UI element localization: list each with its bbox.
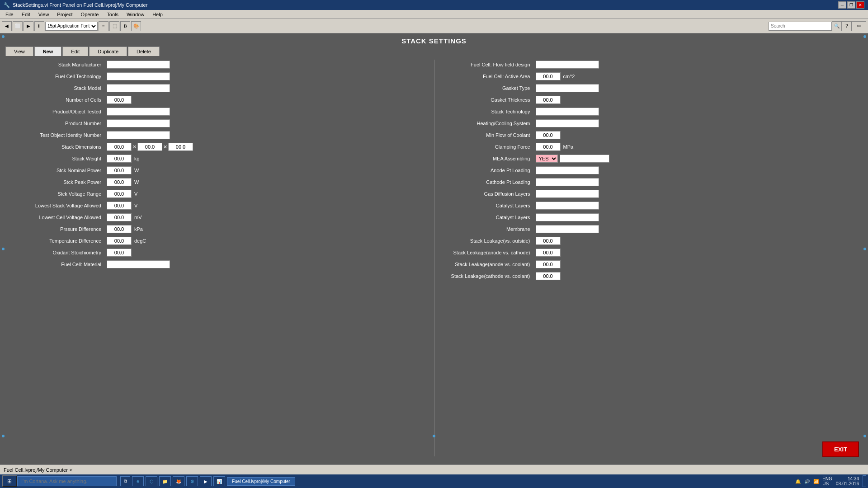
row-gasket-thickness: Gasket Thickness [443,95,863,105]
taskbar-app3[interactable]: 📊 [213,476,225,486]
taskbar-app2[interactable]: ▶ [200,476,212,486]
taskbar: ⊞ ⧉ e ⬡ 📁 🦊 ⚙ ▶ 📊 Fuel Cell.lvproj/My Co… [0,474,868,488]
input-stack-leakage-cathode-coolant[interactable] [536,272,561,280]
input-product-object-tested[interactable] [107,108,170,116]
stack-dims: ✕ ✕ [107,143,193,151]
row-lowest-stack-voltage: Lowest Stack Voltage Allowed V [5,201,425,211]
input-stack-model[interactable] [107,84,170,92]
input-lowest-stack-voltage[interactable] [107,202,132,210]
input-gasket-thickness[interactable] [536,96,561,104]
input-fuel-cell-material[interactable] [107,260,170,268]
toolbar-run-btn[interactable]: ▶ [24,21,33,31]
start-button[interactable]: ⊞ [2,475,17,487]
menu-help[interactable]: Help [149,11,166,18]
search-input[interactable] [769,22,832,31]
input-min-flow-coolant[interactable] [536,131,561,139]
input-oxidant-stoichiometry[interactable] [107,249,132,257]
input-stack-leakage-anode-coolant[interactable] [536,260,561,268]
input-heating-cooling[interactable] [536,119,599,127]
tab-new[interactable]: New [34,47,62,56]
taskbar-firefox[interactable]: 🦊 [173,476,184,486]
taskbar-fuel-cell-item[interactable]: Fuel Cell.lvproj/My Computer [227,477,295,486]
input-stack-manufacturer[interactable] [107,61,170,69]
row-stck-peak-power: Stck Peak Power W [5,177,425,187]
input-stck-voltage-range[interactable] [107,190,132,198]
input-stck-peak-power[interactable] [107,178,132,186]
input-membrane[interactable] [536,225,599,233]
tab-delete[interactable]: Delete [128,47,160,56]
input-catalyst-layers-2[interactable] [536,213,599,221]
toolbar-size-btn[interactable]: ⬚ [109,21,119,31]
input-test-object-identity[interactable] [107,131,170,139]
menu-edit[interactable]: Edit [18,11,34,18]
input-stack-weight[interactable] [107,155,132,163]
input-pressure-difference[interactable] [107,225,132,233]
row-min-flow-coolant: Min Flow of Coolant [443,130,863,140]
labview-logo-btn[interactable]: NI [852,21,866,31]
input-temperature-difference[interactable] [107,237,132,245]
menu-file[interactable]: File [2,11,17,18]
row-anode-pt-loading: Anode Pt Loading [443,165,863,175]
taskbar-tray: 🔔 🔊 📶 ENGUS 14:34 08-01-2016 [795,475,866,487]
toolbar-style-btn[interactable]: 𝐁 [120,21,130,31]
input-fuel-cell-technology[interactable] [107,72,170,80]
exit-button[interactable]: EXIT [822,441,859,457]
taskbar-app1[interactable]: ⚙ [186,476,198,486]
restore-button[interactable]: ❐ [847,1,855,9]
menu-project[interactable]: Project [53,11,76,18]
input-number-of-cells[interactable] [107,96,132,104]
input-stack-leakage-outside[interactable] [536,237,561,245]
label-lowest-stack-voltage: Lowest Stack Voltage Allowed [5,203,105,208]
input-lowest-cell-voltage[interactable] [107,213,132,221]
menu-view[interactable]: View [35,11,53,18]
menu-tools[interactable]: Tools [103,11,122,18]
label-active-area: Fuel Cell: Active Area [443,74,534,79]
toolbar-search-area: 🔍 ? NI [769,21,866,31]
label-stack-weight: Stack Weight [5,156,105,161]
show-desktop-btn[interactable] [863,475,866,487]
toolbar-stop-btn[interactable]: ⏸ [34,21,44,31]
menu-operate[interactable]: Operate [77,11,103,18]
label-membrane: Membrane [443,226,534,232]
taskbar-edge[interactable]: ⬡ [146,476,157,486]
input-anode-pt-loading[interactable] [536,166,599,174]
help-button[interactable]: ? [842,21,852,31]
input-product-number[interactable] [107,119,170,127]
toolbar-fwd-btn[interactable]: ⬜ [13,21,23,31]
tab-view[interactable]: View [5,47,33,56]
input-cathode-pt-loading[interactable] [536,178,599,186]
input-dim-1[interactable] [107,143,132,151]
input-dim-3[interactable] [168,143,193,151]
close-button[interactable]: ✕ [856,1,864,9]
tab-edit[interactable]: Edit [62,47,88,56]
label-heating-cooling: Heating/Cooling System [443,121,534,126]
input-flow-field-design[interactable] [536,61,599,69]
row-test-object-identity: Test Object Identity Number [5,130,425,140]
status-bar: Fuel Cell.lvproj/My Computer < [0,465,868,474]
tray-time: 14:34 08-01-2016 [836,476,859,486]
row-number-of-cells: Number of Cells [5,95,425,105]
cortana-search[interactable] [17,476,117,486]
input-clamping-force[interactable] [536,143,561,151]
toolbar-align-btn[interactable]: ≡ [99,21,108,31]
menu-window[interactable]: Window [123,11,148,18]
select-mea-assembling[interactable]: YES NO [536,155,558,163]
input-dim-2[interactable] [137,143,162,151]
toolbar-back-btn[interactable]: ◀ [2,21,12,31]
input-catalyst-layers-1[interactable] [536,202,599,210]
toolbar-color-btn[interactable]: 🎨 [131,21,141,31]
taskbar-ie[interactable]: e [132,476,144,486]
input-stck-nominal-power[interactable] [107,166,132,174]
font-select[interactable]: 15pt Application Font [45,22,98,31]
taskbar-taskview[interactable]: ⧉ [120,476,130,486]
input-gas-diffusion-layers[interactable] [536,190,599,198]
input-stack-technology[interactable] [536,108,599,116]
input-active-area[interactable] [536,72,561,80]
input-mea-extra[interactable] [560,155,609,163]
taskbar-folder[interactable]: 📁 [159,476,171,486]
search-button[interactable]: 🔍 [832,21,842,31]
tab-duplicate[interactable]: Duplicate [89,47,127,56]
input-gasket-type[interactable] [536,84,599,92]
minimize-button[interactable]: ─ [838,1,846,9]
input-stack-leakage-anode-cathode[interactable] [536,249,561,257]
